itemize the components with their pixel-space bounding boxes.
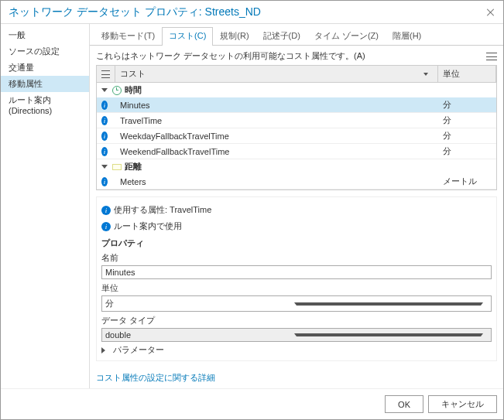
parameters-expander[interactable]: パラメーター — [101, 342, 492, 358]
info-icon: i — [101, 206, 111, 215]
tab-description: これらはネットワーク データセットの利用可能なコスト属性です。(A) — [96, 50, 486, 62]
chevron-down-icon — [101, 165, 108, 169]
info-icon: i — [101, 147, 108, 156]
close-icon[interactable] — [486, 8, 495, 17]
sidebar-item-general[interactable]: 一般 — [1, 27, 89, 43]
titlebar: ネットワーク データセット プロパティ: Streets_ND — [1, 1, 503, 24]
name-label: 名前 — [101, 252, 492, 264]
grid-menu-icon[interactable] — [97, 66, 115, 82]
sidebar-item-travel-attr[interactable]: 移動属性 — [1, 76, 89, 92]
cost-row-weekday[interactable]: iWeekdayFallbackTravelTime分 — [97, 128, 496, 144]
ruler-icon — [112, 164, 122, 170]
properties-title: プロパティ — [101, 237, 492, 249]
tab-descriptor[interactable]: 記述子(D) — [256, 27, 307, 45]
tabs: 移動モード(T) コスト(C) 規制(R) 記述子(D) タイム ゾーン(Z) … — [90, 27, 503, 46]
sidebar-item-source[interactable]: ソースの設定 — [1, 43, 89, 60]
unit-label: 単位 — [101, 282, 492, 294]
evaluators-expander[interactable]: エバリュエーター — [101, 358, 492, 361]
info-directions: iルート案内で使用 — [101, 218, 492, 234]
type-select: double — [101, 328, 492, 342]
unit-select[interactable]: 分 — [101, 295, 492, 312]
tab-cost[interactable]: コスト(C) — [162, 27, 213, 46]
sidebar: 一般 ソースの設定 交通量 移動属性 ルート案内 (Directions) — [1, 24, 90, 388]
cost-grid: コスト 単位 時間 iMinutes分 iTravelTime分 iWeekda… — [96, 65, 497, 190]
cost-row-meters[interactable]: iMetersメートル — [97, 174, 496, 190]
dropdown-icon — [294, 333, 483, 336]
help-link[interactable]: コスト属性の設定に関する詳細 — [96, 372, 497, 384]
name-input[interactable] — [101, 265, 492, 279]
group-time[interactable]: 時間 — [97, 83, 496, 97]
tab-restriction[interactable]: 規制(R) — [213, 27, 255, 45]
clock-icon — [112, 86, 122, 95]
grid-header-name[interactable]: コスト — [115, 66, 438, 82]
window-title: ネットワーク データセット プロパティ: Streets_ND — [9, 5, 486, 19]
info-icon: i — [101, 177, 108, 186]
type-label: データ タイプ — [101, 315, 492, 326]
menu-icon[interactable] — [486, 53, 497, 60]
info-icon: i — [101, 101, 108, 110]
info-icon: i — [101, 131, 108, 141]
dropdown-icon — [423, 73, 428, 76]
tab-travel-mode[interactable]: 移動モード(T) — [94, 27, 162, 45]
tab-timezone[interactable]: タイム ゾーン(Z) — [307, 27, 386, 45]
group-distance[interactable]: 距離 — [97, 159, 496, 174]
ok-button[interactable]: OK — [385, 395, 423, 413]
properties-panel[interactable]: i使用する属性: TravelTime iルート案内で使用 プロパティ 名前 単… — [96, 196, 497, 361]
footer: OK キャンセル — [1, 388, 503, 419]
info-used-attr: i使用する属性: TravelTime — [101, 202, 492, 218]
sidebar-item-directions[interactable]: ルート案内 (Directions) — [1, 92, 89, 118]
info-icon: i — [101, 116, 108, 125]
chevron-right-icon — [101, 347, 108, 353]
dropdown-icon — [294, 302, 483, 306]
sidebar-item-traffic[interactable]: 交通量 — [1, 60, 89, 76]
cost-row-weekend[interactable]: iWeekendFallbackTravelTime分 — [97, 144, 496, 159]
info-icon: i — [101, 222, 111, 231]
cost-row-minutes[interactable]: iMinutes分 — [97, 97, 496, 113]
tab-hierarchy[interactable]: 階層(H) — [386, 27, 428, 45]
cost-row-traveltime[interactable]: iTravelTime分 — [97, 113, 496, 128]
grid-header-unit[interactable]: 単位 — [438, 66, 496, 82]
cancel-button[interactable]: キャンセル — [428, 395, 497, 413]
chevron-down-icon — [101, 88, 108, 92]
